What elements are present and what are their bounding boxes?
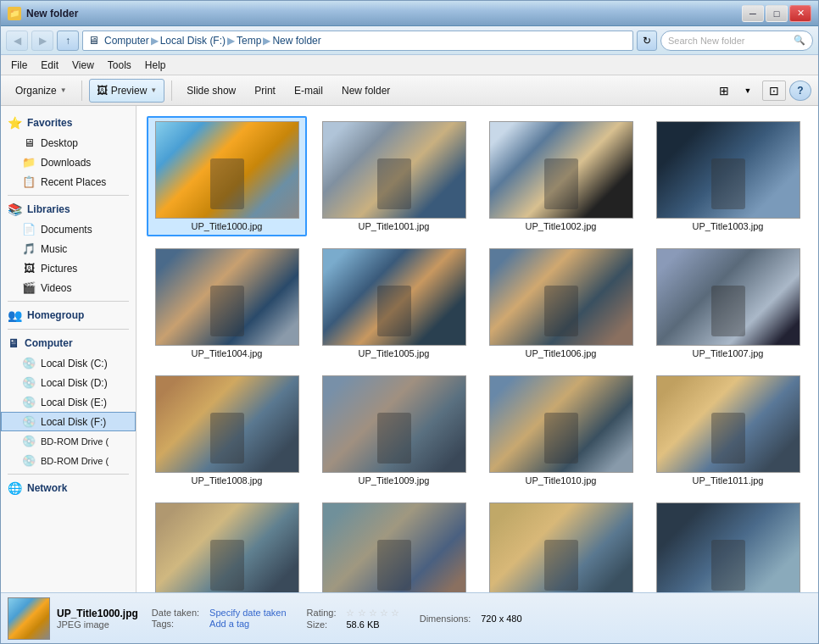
sidebar-item-music[interactable]: 🎵 Music [1, 239, 136, 258]
sidebar-item-downloads[interactable]: 📁 Downloads [1, 153, 136, 172]
file-item[interactable]: UP_Title1010.jpg [481, 370, 641, 491]
menu-tools[interactable]: Tools [101, 58, 138, 73]
file-item[interactable]: UP_Title1002.jpg [481, 116, 641, 236]
up-button[interactable]: ↑ [57, 31, 79, 51]
file-item[interactable]: UP_Title1003.jpg [648, 116, 808, 236]
file-thumbnail [155, 121, 299, 219]
size-value: 58.6 KB [346, 619, 398, 630]
file-item[interactable]: UP_Title1000.jpg [147, 116, 307, 236]
dimensions-label: Dimensions: [420, 613, 471, 624]
menu-file[interactable]: File [4, 58, 34, 73]
sidebar-item-e[interactable]: 💿 Local Disk (E:) [1, 392, 136, 412]
sidebar-network-header[interactable]: 🌐 Network [1, 478, 136, 498]
sidebar-item-pictures[interactable]: 🖼 Pictures [1, 258, 136, 278]
music-label: Music [41, 243, 67, 255]
sidebar-divider-2 [8, 301, 129, 302]
file-item[interactable]: UP_Title1014.jpg [481, 497, 641, 592]
libraries-icon: 📚 [8, 203, 22, 216]
tags-value[interactable]: Add a tag [209, 619, 287, 629]
organize-button[interactable]: Organize ▼ [8, 79, 75, 103]
view-buttons: ⊞ ▼ [713, 80, 759, 101]
close-button[interactable]: ✕ [789, 5, 811, 22]
breadcrumb-temp[interactable]: Temp [237, 35, 261, 47]
file-thumbnail [656, 375, 800, 473]
sidebar-item-recent[interactable]: 📋 Recent Places [1, 172, 136, 192]
statusbar: UP_Title1000.jpg JPEG image Date taken: … [1, 592, 818, 643]
sidebar-computer-header[interactable]: 🖥 Computer [1, 333, 136, 353]
file-item[interactable]: UP_Title1007.jpg [648, 243, 808, 364]
minimize-button[interactable]: ─ [742, 5, 764, 22]
file-thumbnail [155, 502, 299, 592]
breadcrumb-newfolder[interactable]: New folder [272, 35, 320, 47]
file-item[interactable]: UP_Title1013.jpg [314, 497, 474, 592]
file-name: UP_Title1000.jpg [192, 221, 263, 231]
desktop-label: Desktop [41, 137, 78, 149]
menu-edit[interactable]: Edit [34, 58, 65, 73]
search-icon[interactable]: 🔍 [794, 35, 805, 46]
file-item[interactable]: UP_Title1001.jpg [314, 116, 474, 236]
menu-view[interactable]: View [65, 58, 101, 73]
file-name: UP_Title1008.jpg [192, 475, 263, 486]
dimensions-value: 720 x 480 [481, 613, 521, 624]
back-button[interactable]: ◀ [6, 31, 28, 51]
sidebar-item-documents[interactable]: 📄 Documents [1, 219, 136, 239]
sidebar-item-bd1[interactable]: 💿 BD-ROM Drive ( [1, 431, 136, 451]
file-item[interactable]: UP_Title1008.jpg [147, 370, 307, 491]
date-taken-value[interactable]: Specify date taken [209, 608, 287, 618]
email-button[interactable]: E-mail [287, 79, 331, 103]
file-name: UP_Title1006.jpg [526, 348, 597, 358]
file-item[interactable]: UP_Title1012.jpg [147, 497, 307, 592]
toolbar: Organize ▼ 🖼 Preview ▼ Slide show Print … [1, 75, 818, 106]
sidebar-item-bd2[interactable]: 💿 BD-ROM Drive ( [1, 451, 136, 470]
file-item[interactable]: UP_Title1011.jpg [648, 370, 808, 491]
search-bar[interactable]: Search New folder 🔍 [660, 31, 813, 51]
file-item[interactable]: UP_Title1015.jpg [648, 497, 808, 592]
sidebar-homegroup-header[interactable]: 👥 Homegroup [1, 305, 136, 325]
details-pane-button[interactable]: ⊡ [762, 80, 786, 101]
sidebar-libraries-header[interactable]: 📚 Libraries [1, 199, 136, 219]
sidebar-section-computer: 🖥 Computer 💿 Local Disk (C:) 💿 Local Dis… [1, 333, 136, 470]
network-icon: 🌐 [8, 481, 22, 495]
view-dropdown-arrow[interactable]: ▼ [737, 80, 759, 101]
preview-icon: 🖼 [97, 84, 108, 97]
preview-button[interactable]: 🖼 Preview ▼ [89, 79, 165, 103]
file-thumbnail [322, 248, 466, 346]
new-folder-button[interactable]: New folder [334, 79, 398, 103]
rating-stars[interactable]: ☆ ☆ ☆ ☆ ☆ [346, 608, 398, 619]
sidebar-item-f[interactable]: 💿 Local Disk (F:) [1, 412, 136, 431]
favorites-label: Favorites [27, 117, 72, 129]
breadcrumb-computer[interactable]: Computer [104, 35, 149, 47]
slideshow-button[interactable]: Slide show [179, 79, 243, 103]
sidebar-divider-1 [8, 195, 129, 196]
file-item[interactable]: UP_Title1004.jpg [147, 243, 307, 364]
refresh-button[interactable]: ↻ [637, 31, 657, 51]
homegroup-icon: 👥 [8, 308, 22, 322]
computer-icon: 🖥 [8, 336, 20, 350]
downloads-label: Downloads [41, 157, 91, 169]
help-button[interactable]: ? [789, 80, 811, 101]
file-item[interactable]: UP_Title1006.jpg [481, 243, 641, 364]
status-dimensions: Dimensions: 720 x 480 [420, 613, 522, 624]
sidebar-item-d[interactable]: 💿 Local Disk (D:) [1, 373, 136, 392]
print-button[interactable]: Print [247, 79, 283, 103]
status-meta-left: Date taken: Specify date taken Tags: Add… [152, 608, 287, 629]
view-toggle-button[interactable]: ⊞ [713, 80, 735, 101]
bd2-icon: 💿 [22, 454, 36, 467]
maximize-button[interactable]: □ [766, 5, 788, 22]
sidebar-favorites-header[interactable]: ⭐ Favorites [1, 113, 136, 133]
titlebar-controls: ─ □ ✕ [742, 5, 811, 22]
sidebar-item-videos[interactable]: 🎬 Videos [1, 278, 136, 297]
file-name: UP_Title1005.jpg [359, 348, 430, 358]
forward-button[interactable]: ▶ [31, 31, 53, 51]
sidebar-item-c[interactable]: 💿 Local Disk (C:) [1, 353, 136, 373]
favorites-icon: ⭐ [8, 116, 22, 130]
file-item[interactable]: UP_Title1005.jpg [314, 243, 474, 364]
bd2-label: BD-ROM Drive ( [41, 456, 109, 466]
menu-help[interactable]: Help [138, 58, 173, 73]
file-name: UP_Title1010.jpg [526, 475, 597, 486]
pictures-label: Pictures [41, 263, 77, 275]
file-item[interactable]: UP_Title1009.jpg [314, 370, 474, 491]
file-name: UP_Title1003.jpg [693, 221, 764, 231]
sidebar-item-desktop[interactable]: 🖥 Desktop [1, 133, 136, 153]
breadcrumb-localdisk[interactable]: Local Disk (F:) [160, 35, 226, 47]
